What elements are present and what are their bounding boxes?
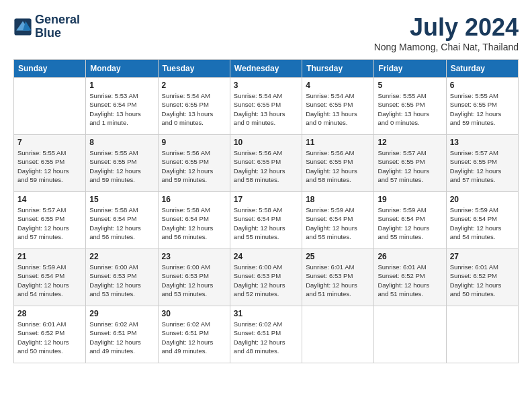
day-number: 29 [89, 309, 154, 318]
weekday-header-wednesday: Wednesday [230, 60, 302, 78]
day-number: 6 [450, 81, 515, 90]
weekday-header-row: SundayMondayTuesdayWednesdayThursdayFrid… [14, 60, 519, 78]
day-number: 11 [306, 138, 370, 147]
calendar-cell [446, 306, 518, 363]
day-number: 1 [89, 81, 154, 90]
day-info: Sunrise: 6:01 AM Sunset: 6:52 PM Dayligh… [17, 320, 82, 355]
calendar-cell: 26Sunrise: 6:01 AM Sunset: 6:52 PM Dayli… [374, 249, 446, 306]
day-info: Sunrise: 5:57 AM Sunset: 6:55 PM Dayligh… [17, 205, 82, 241]
calendar-week-1: 1Sunrise: 5:53 AM Sunset: 6:54 PM Daylig… [14, 78, 519, 135]
day-info: Sunrise: 5:55 AM Sunset: 6:55 PM Dayligh… [89, 148, 154, 184]
day-number: 4 [306, 81, 370, 90]
day-number: 23 [162, 252, 226, 261]
calendar-cell: 30Sunrise: 6:02 AM Sunset: 6:51 PM Dayli… [158, 306, 230, 363]
calendar-cell: 1Sunrise: 5:53 AM Sunset: 6:54 PM Daylig… [86, 78, 158, 135]
calendar-cell: 16Sunrise: 5:58 AM Sunset: 6:54 PM Dayli… [158, 192, 230, 249]
day-number: 31 [234, 309, 298, 318]
calendar-cell: 22Sunrise: 6:00 AM Sunset: 6:53 PM Dayli… [86, 249, 158, 306]
weekday-header-thursday: Thursday [302, 60, 374, 78]
day-info: Sunrise: 6:00 AM Sunset: 6:53 PM Dayligh… [234, 263, 298, 298]
day-info: Sunrise: 5:59 AM Sunset: 6:54 PM Dayligh… [17, 263, 82, 298]
calendar-cell: 3Sunrise: 5:54 AM Sunset: 6:55 PM Daylig… [230, 78, 302, 135]
day-info: Sunrise: 6:00 AM Sunset: 6:53 PM Dayligh… [89, 263, 154, 298]
page-header: General Blue July 2024 Nong Mamong, Chai… [13, 13, 519, 52]
day-number: 19 [378, 195, 442, 204]
day-info: Sunrise: 5:57 AM Sunset: 6:55 PM Dayligh… [378, 148, 442, 184]
calendar-cell: 6Sunrise: 5:55 AM Sunset: 6:55 PM Daylig… [446, 78, 518, 135]
location: Nong Mamong, Chai Nat, Thailand [374, 42, 519, 52]
day-info: Sunrise: 5:59 AM Sunset: 6:54 PM Dayligh… [450, 205, 515, 241]
day-info: Sunrise: 5:58 AM Sunset: 6:54 PM Dayligh… [162, 205, 226, 241]
day-number: 21 [17, 252, 82, 261]
calendar-table: SundayMondayTuesdayWednesdayThursdayFrid… [13, 59, 519, 363]
day-info: Sunrise: 5:56 AM Sunset: 6:55 PM Dayligh… [306, 148, 370, 184]
day-number: 20 [450, 195, 515, 204]
calendar-body: 1Sunrise: 5:53 AM Sunset: 6:54 PM Daylig… [14, 78, 519, 363]
day-info: Sunrise: 5:56 AM Sunset: 6:55 PM Dayligh… [162, 148, 226, 184]
calendar-week-5: 28Sunrise: 6:01 AM Sunset: 6:52 PM Dayli… [14, 306, 519, 363]
calendar-cell: 27Sunrise: 6:01 AM Sunset: 6:52 PM Dayli… [446, 249, 518, 306]
calendar-cell: 12Sunrise: 5:57 AM Sunset: 6:55 PM Dayli… [374, 135, 446, 192]
calendar-cell: 18Sunrise: 5:59 AM Sunset: 6:54 PM Dayli… [302, 192, 374, 249]
day-info: Sunrise: 5:58 AM Sunset: 6:54 PM Dayligh… [89, 205, 154, 241]
day-number: 16 [162, 195, 226, 204]
day-info: Sunrise: 5:55 AM Sunset: 6:55 PM Dayligh… [17, 148, 82, 184]
day-number: 14 [17, 195, 82, 204]
day-number: 28 [17, 309, 82, 318]
day-number: 17 [234, 195, 298, 204]
day-number: 26 [378, 252, 442, 261]
calendar-cell: 15Sunrise: 5:58 AM Sunset: 6:54 PM Dayli… [86, 192, 158, 249]
calendar-cell: 2Sunrise: 5:54 AM Sunset: 6:55 PM Daylig… [158, 78, 230, 135]
calendar-cell: 20Sunrise: 5:59 AM Sunset: 6:54 PM Dayli… [446, 192, 518, 249]
weekday-header-saturday: Saturday [446, 60, 518, 78]
calendar-cell [14, 78, 86, 135]
calendar-cell: 14Sunrise: 5:57 AM Sunset: 6:55 PM Dayli… [14, 192, 86, 249]
calendar-cell: 24Sunrise: 6:00 AM Sunset: 6:53 PM Dayli… [230, 249, 302, 306]
calendar-cell: 9Sunrise: 5:56 AM Sunset: 6:55 PM Daylig… [158, 135, 230, 192]
day-info: Sunrise: 6:01 AM Sunset: 6:52 PM Dayligh… [378, 263, 442, 298]
logo-icon [13, 17, 32, 36]
day-info: Sunrise: 5:59 AM Sunset: 6:54 PM Dayligh… [378, 205, 442, 241]
day-number: 12 [378, 138, 442, 147]
calendar-cell: 21Sunrise: 5:59 AM Sunset: 6:54 PM Dayli… [14, 249, 86, 306]
day-number: 25 [306, 252, 370, 261]
day-number: 22 [89, 252, 154, 261]
day-number: 18 [306, 195, 370, 204]
day-info: Sunrise: 5:55 AM Sunset: 6:55 PM Dayligh… [378, 91, 442, 127]
calendar-cell: 7Sunrise: 5:55 AM Sunset: 6:55 PM Daylig… [14, 135, 86, 192]
calendar-cell: 10Sunrise: 5:56 AM Sunset: 6:55 PM Dayli… [230, 135, 302, 192]
day-info: Sunrise: 6:02 AM Sunset: 6:51 PM Dayligh… [234, 320, 298, 355]
day-number: 13 [450, 138, 515, 147]
logo-text: General Blue [35, 13, 80, 40]
calendar-cell [374, 306, 446, 363]
calendar-cell: 8Sunrise: 5:55 AM Sunset: 6:55 PM Daylig… [86, 135, 158, 192]
day-number: 10 [234, 138, 298, 147]
logo: General Blue [13, 13, 80, 40]
calendar-week-2: 7Sunrise: 5:55 AM Sunset: 6:55 PM Daylig… [14, 135, 519, 192]
calendar-cell: 4Sunrise: 5:54 AM Sunset: 6:55 PM Daylig… [302, 78, 374, 135]
calendar-cell: 5Sunrise: 5:55 AM Sunset: 6:55 PM Daylig… [374, 78, 446, 135]
calendar-cell: 11Sunrise: 5:56 AM Sunset: 6:55 PM Dayli… [302, 135, 374, 192]
day-info: Sunrise: 6:01 AM Sunset: 6:52 PM Dayligh… [450, 263, 515, 298]
day-number: 30 [162, 309, 226, 318]
weekday-header-friday: Friday [374, 60, 446, 78]
day-info: Sunrise: 5:58 AM Sunset: 6:54 PM Dayligh… [234, 205, 298, 241]
day-number: 7 [17, 138, 82, 147]
day-number: 2 [162, 81, 226, 90]
weekday-header-monday: Monday [86, 60, 158, 78]
calendar-cell: 19Sunrise: 5:59 AM Sunset: 6:54 PM Dayli… [374, 192, 446, 249]
day-info: Sunrise: 6:02 AM Sunset: 6:51 PM Dayligh… [89, 320, 154, 355]
month-title: July 2024 [374, 13, 519, 42]
day-info: Sunrise: 5:56 AM Sunset: 6:55 PM Dayligh… [234, 148, 298, 184]
day-info: Sunrise: 5:54 AM Sunset: 6:55 PM Dayligh… [162, 91, 226, 127]
weekday-header-tuesday: Tuesday [158, 60, 230, 78]
weekday-header-sunday: Sunday [14, 60, 86, 78]
calendar-cell: 17Sunrise: 5:58 AM Sunset: 6:54 PM Dayli… [230, 192, 302, 249]
title-block: July 2024 Nong Mamong, Chai Nat, Thailan… [374, 13, 519, 52]
calendar-cell: 23Sunrise: 6:00 AM Sunset: 6:53 PM Dayli… [158, 249, 230, 306]
day-info: Sunrise: 5:59 AM Sunset: 6:54 PM Dayligh… [306, 205, 370, 241]
calendar-cell: 25Sunrise: 6:01 AM Sunset: 6:53 PM Dayli… [302, 249, 374, 306]
calendar-cell: 28Sunrise: 6:01 AM Sunset: 6:52 PM Dayli… [14, 306, 86, 363]
day-info: Sunrise: 5:55 AM Sunset: 6:55 PM Dayligh… [450, 91, 515, 127]
calendar-cell [302, 306, 374, 363]
